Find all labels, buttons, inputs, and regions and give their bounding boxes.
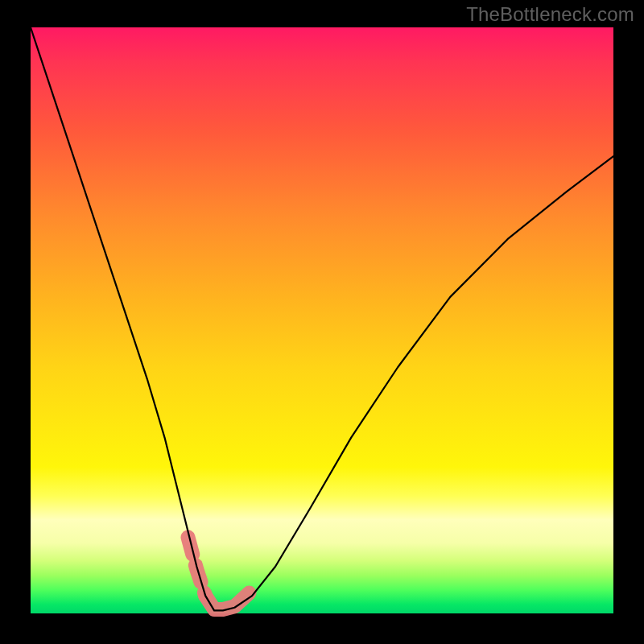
chart-svg xyxy=(31,27,613,613)
chart-stage: TheBottleneck.com xyxy=(0,0,644,644)
highlight-layer xyxy=(188,537,249,609)
watermark-text: TheBottleneck.com xyxy=(466,3,634,26)
bottleneck-curve xyxy=(31,27,613,610)
plot-area xyxy=(31,27,613,613)
